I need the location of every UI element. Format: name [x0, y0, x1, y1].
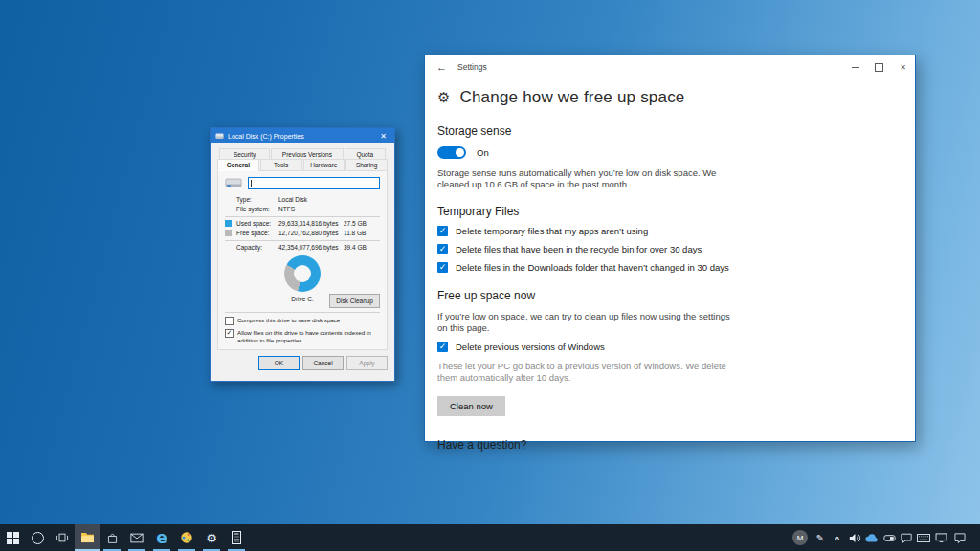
temporary-files-heading: Temporary Files: [437, 205, 915, 218]
user-account-button[interactable]: M: [789, 524, 812, 551]
edge-button[interactable]: e: [149, 524, 174, 551]
checkbox-unchecked-icon: [225, 317, 234, 325]
used-space-bytes: 29,633,314,816 bytes: [278, 220, 344, 227]
show-hidden-icons-button[interactable]: ^: [829, 524, 846, 551]
people-pen-button[interactable]: ✎: [812, 524, 829, 551]
text-caret: [251, 180, 252, 187]
edge-icon: e: [156, 530, 167, 546]
desktop: ← Settings ✕ ⚙ Change how we free up spa…: [0, 0, 980, 551]
checkbox-checked-icon: ✓: [225, 329, 234, 338]
checkbox-checked-icon: ✓: [437, 244, 448, 254]
capacity-size: 39.4 GB: [344, 244, 367, 251]
calculator-button[interactable]: [224, 524, 249, 551]
close-button[interactable]: ✕: [891, 55, 915, 78]
index-contents-checkbox[interactable]: ✓ Allow files on this drive to have cont…: [225, 329, 380, 344]
compress-drive-checkbox[interactable]: Compress this drive to save disk space: [225, 317, 380, 325]
feedback-icon: [901, 533, 912, 543]
filesystem-value: NTFS: [278, 206, 295, 212]
free-space-size: 11.8 GB: [344, 230, 366, 236]
action-center-icon: [954, 533, 966, 543]
drive-icon: [215, 132, 224, 140]
disk-cleanup-button[interactable]: Disk Cleanup: [329, 294, 380, 308]
checkbox-checked-icon: ✓: [437, 226, 448, 236]
cancel-button[interactable]: Cancel: [302, 356, 344, 370]
divider: [225, 240, 380, 241]
type-value: Local Disk: [278, 196, 307, 203]
checkbox-delete-temp-files[interactable]: ✓ Delete temporary files that my apps ar…: [437, 226, 915, 236]
dialog-titlebar: Local Disk (C:) Properties ✕: [211, 128, 394, 143]
have-a-question-heading: Have a question?: [437, 438, 915, 452]
storage-sense-description: Storage sense runs automatically when yo…: [437, 167, 744, 190]
folder-icon: [80, 532, 95, 543]
display-tray-button[interactable]: [932, 524, 949, 551]
dialog-title: Local Disk (C:) Properties: [228, 133, 377, 140]
gear-icon: ⚙: [437, 89, 450, 106]
settings-window: ← Settings ✕ ⚙ Change how we free up spa…: [424, 55, 916, 442]
checkbox-checked-icon: ✓: [437, 262, 448, 273]
used-space-swatch: [225, 220, 232, 227]
envelope-icon: [130, 533, 144, 543]
tab-tools[interactable]: Tools: [260, 159, 302, 171]
checkbox-delete-downloads[interactable]: ✓ Delete files in the Downloads folder t…: [437, 262, 915, 274]
apply-button-disabled[interactable]: Apply: [346, 356, 388, 370]
ok-button[interactable]: OK: [258, 356, 300, 370]
calculator-icon: [231, 531, 242, 544]
storage-sense-heading: Storage sense: [437, 124, 915, 138]
used-space-label: Used space:: [236, 220, 278, 227]
display-icon: [935, 533, 947, 542]
free-up-space-description: If you’re low on space, we can try to cl…: [437, 311, 738, 334]
task-view-button[interactable]: [50, 524, 75, 551]
type-label: Type:: [236, 196, 278, 203]
disk-usage-donut-chart: [284, 255, 321, 292]
toggle-state-label: On: [477, 147, 489, 158]
mail-button[interactable]: [124, 524, 149, 551]
paint-palette-icon: [180, 531, 193, 544]
pen-icon: ✎: [816, 533, 824, 543]
start-button[interactable]: [0, 524, 25, 551]
storage-sense-toggle[interactable]: [437, 146, 466, 159]
divider: [225, 216, 380, 217]
touch-keyboard-button[interactable]: [915, 524, 932, 551]
previous-windows-note: These let your PC go back to a previous …: [437, 361, 744, 384]
volume-label-input[interactable]: [248, 177, 380, 189]
minimize-icon: [852, 67, 859, 68]
checkbox-delete-previous-windows[interactable]: ✓ Delete previous versions of Windows: [437, 342, 915, 352]
user-avatar: M: [792, 530, 808, 545]
tab-hardware[interactable]: Hardware: [303, 159, 345, 171]
drive-icon: [225, 178, 242, 189]
cortana-circle-icon: [32, 532, 44, 544]
cortana-search-button[interactable]: [25, 524, 50, 551]
tab-sharing[interactable]: Sharing: [345, 159, 388, 171]
windows-logo-icon: [7, 532, 19, 544]
free-space-swatch: [225, 230, 232, 236]
filesystem-label: File system:: [236, 206, 278, 212]
touch-keyboard-icon: [917, 534, 930, 542]
checkbox-delete-recycle-bin[interactable]: ✓ Delete files that have been in the rec…: [437, 244, 915, 254]
device-tray-button[interactable]: [880, 524, 898, 551]
settings-titlebar: ← Settings ✕: [425, 55, 915, 78]
tab-general[interactable]: General: [217, 159, 259, 171]
chevron-up-icon: ^: [835, 535, 839, 544]
dialog-close-button[interactable]: ✕: [377, 132, 390, 141]
back-arrow-icon[interactable]: ←: [436, 61, 447, 73]
maximize-icon: [875, 63, 883, 72]
disk-properties-dialog: Local Disk (C:) Properties ✕ Security Pr…: [210, 127, 395, 382]
store-button[interactable]: [100, 524, 124, 551]
settings-button[interactable]: ⚙: [199, 524, 224, 551]
divider: [225, 312, 380, 313]
capacity-bytes: 42,354,077,696 bytes: [278, 244, 344, 251]
paint-app-button[interactable]: [174, 524, 199, 551]
action-center-button[interactable]: [949, 524, 970, 551]
free-space-bytes: 12,720,762,880 bytes: [278, 230, 344, 236]
onedrive-cloud-icon: [865, 534, 879, 542]
onedrive-button[interactable]: [863, 524, 880, 551]
feedback-tray-button[interactable]: [898, 524, 915, 551]
clean-now-button[interactable]: Clean now: [437, 396, 505, 416]
volume-button[interactable]: [846, 524, 863, 551]
minimize-button[interactable]: [843, 55, 867, 78]
page-title: Change how we free up space: [459, 88, 684, 107]
maximize-button[interactable]: [867, 55, 891, 78]
task-view-icon: [56, 532, 69, 543]
free-up-space-heading: Free up space now: [437, 289, 915, 302]
file-explorer-button[interactable]: [75, 524, 100, 551]
